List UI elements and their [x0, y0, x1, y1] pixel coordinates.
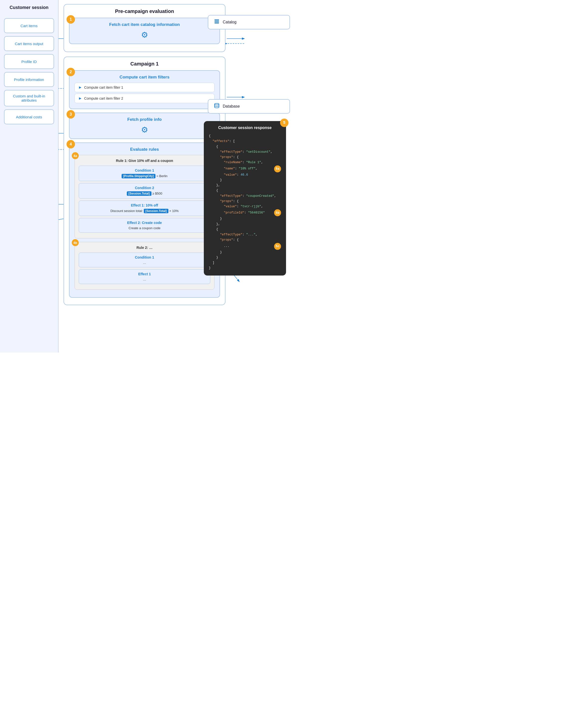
rule1-effect-1: Effect 1: 10% off Discount session total… — [79, 200, 210, 216]
rule2-eff1-title: Effect 1 — [83, 272, 207, 276]
sidebar-item-additional-costs[interactable]: Additional costs — [4, 109, 54, 124]
sidebar-item-profile-id[interactable]: Profile ID — [4, 54, 54, 69]
sidebar-item-cart-items[interactable]: Cart items — [4, 18, 54, 33]
campaign-section: Campaign 1 2 Compute cart item filters ►… — [63, 56, 225, 305]
step-1-badge: 1 — [66, 15, 75, 23]
database-icon — [214, 103, 220, 110]
rule2-cond1-content: … — [83, 261, 207, 265]
step-3-box: 3 Fetch profile info ⚙ — [69, 112, 220, 139]
svg-rect-14 — [215, 23, 219, 23]
response-sub-badge-5a-row: "name": "10% off", 5a — [209, 166, 281, 172]
step-4-badge: 4 — [66, 140, 75, 148]
right-panel: Catalog Database 5 Customer session resp… — [208, 15, 290, 276]
rule1-eff1-title: Effect 1: 10% off — [83, 203, 207, 207]
session-total-tag-cond2: [Session.Total] — [127, 191, 151, 196]
step-3-badge: 3 — [66, 110, 75, 119]
response-main-badge: 5 — [280, 119, 288, 127]
rule1-condition-1: Condition 1 [Profile.ShippingCity] = Ber… — [79, 166, 210, 181]
catalog-box: Catalog — [208, 15, 290, 30]
profile-shipping-city-tag: [Profile.ShippingCity] — [122, 174, 156, 178]
rule1-cond1-title: Condition 1 — [83, 169, 207, 172]
svg-rect-12 — [215, 21, 219, 21]
rule1-eff2-title: Effect 2: Create code — [83, 221, 207, 225]
rule1-cond2-content: [Session.Total] ≥ $500 — [83, 191, 207, 196]
response-sub-badge-5b-row: "profileId": "5640156" 5b — [209, 209, 281, 216]
svg-rect-11 — [215, 19, 219, 20]
response-sub-badge-5c-row: ... 5c — [209, 243, 281, 250]
step-2-title: Compute cart item filters — [75, 75, 215, 80]
response-sub-badge-5c: 5c — [274, 243, 281, 250]
rule2-effect-1: Effect 1 … — [79, 269, 210, 284]
rule1-condition-2: Condition 2 [Session.Total] ≥ $500 — [79, 183, 210, 198]
step-1-box: 1 Fetch cart item catalog information ⚙ — [69, 18, 220, 44]
response-code: { "effects": [ { "effectType": "setDisco… — [209, 134, 281, 271]
step-1-title: Fetch cart item catalog information — [75, 22, 215, 27]
rule1-cond1-content: [Profile.ShippingCity] = Berlin — [83, 174, 207, 178]
response-panel: 5 Customer session response { "effects":… — [204, 121, 286, 276]
step-3-title: Fetch profile info — [75, 117, 215, 122]
step-4-box: 4 Evaluate rules 4a Rule 1: Give 10% off… — [69, 142, 220, 298]
rule-2-title: Rule 2: … — [79, 246, 210, 250]
session-total-tag-eff1: [Session.Total] — [144, 209, 169, 213]
customer-session-sidebar: Customer session Cart items Cart items o… — [0, 0, 58, 352]
rule-1-box: 4a Rule 1: Give 10% off and a coupon Con… — [75, 155, 215, 238]
step-3-gear-icon: ⚙ — [75, 125, 215, 135]
response-sub-badge-5a: 5a — [274, 166, 281, 172]
sidebar-title: Customer session — [4, 5, 54, 12]
sidebar-item-profile-information[interactable]: Profile information — [4, 72, 54, 87]
svg-point-15 — [215, 103, 219, 105]
filter-arrow-icon-1: ► — [78, 85, 82, 90]
campaign-title: Campaign 1 — [69, 61, 220, 67]
rule2-eff1-content: … — [83, 278, 207, 281]
rule-2-box: 4b Rule 2: … Condition 1 … Effect 1 … — [75, 242, 215, 290]
rule2-cond1-title: Condition 1 — [83, 255, 207, 259]
step-2-box: 2 Compute cart item filters ► Compute ca… — [69, 70, 220, 109]
rule-2-badge: 4b — [72, 239, 79, 246]
rule1-effect-2: Effect 2: Create code Create a coupon co… — [79, 218, 210, 233]
rule1-eff1-content: Discount session total: [Session.Total] … — [83, 209, 207, 213]
sidebar-item-custom-attrs[interactable]: Custom and built-in attributes — [4, 90, 54, 106]
catalog-icon — [214, 18, 220, 26]
sidebar-item-cart-items-output[interactable]: Cart items output — [4, 36, 54, 51]
filter-item-1[interactable]: ► Compute cart item filter 1 — [75, 83, 215, 92]
svg-rect-13 — [215, 22, 219, 23]
step-1-gear-icon: ⚙ — [75, 30, 215, 40]
rule-1-badge: 4a — [72, 152, 79, 159]
rule2-condition-1: Condition 1 … — [79, 252, 210, 267]
filter-item-2[interactable]: ► Compute cart item filter 2 — [75, 94, 215, 103]
pre-campaign-section: Pre-campaign evaluation 1 Fetch cart ite… — [63, 4, 225, 52]
filter-arrow-icon-2: ► — [78, 96, 82, 101]
database-box: Database — [208, 99, 290, 113]
catalog-label: Catalog — [223, 20, 236, 25]
rule1-cond2-title: Condition 2 — [83, 186, 207, 190]
pre-campaign-title: Pre-campaign evaluation — [69, 8, 220, 14]
rule1-eff2-content: Create a coupon code — [83, 226, 207, 230]
response-title: Customer session response — [209, 126, 281, 130]
step-4-title: Evaluate rules — [75, 147, 215, 152]
step-2-badge: 2 — [66, 68, 75, 76]
rule-1-title: Rule 1: Give 10% off and a coupon — [79, 159, 210, 163]
database-label: Database — [223, 104, 240, 109]
response-sub-badge-5b: 5b — [274, 209, 281, 216]
